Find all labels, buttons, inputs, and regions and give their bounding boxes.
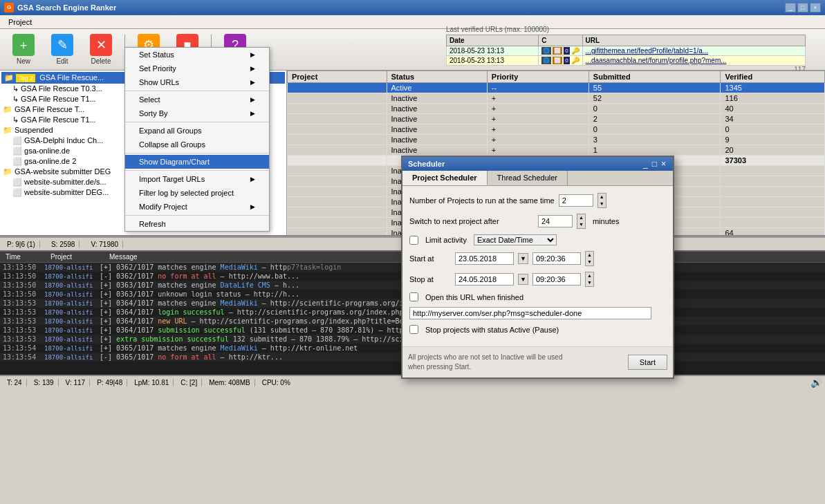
ctx-expand-all[interactable]: Expand all Groups [125, 124, 269, 138]
tab-thread-scheduler[interactable]: Thread Scheduler [488, 171, 568, 185]
edit-button[interactable]: ✎ Edit [44, 32, 80, 68]
stop-projects-checkbox[interactable] [409, 325, 418, 334]
spin-down[interactable]: ▼ [586, 279, 593, 286]
bottom-s: S: 139 [30, 379, 59, 386]
stop-label: Stop at [409, 275, 451, 283]
ctx-select[interactable]: Select▶ [125, 93, 269, 106]
separator [125, 122, 269, 122]
minimize-button[interactable]: _ [785, 3, 796, 12]
status-p: P: 9|6 (1) [3, 241, 40, 248]
start-date[interactable] [455, 252, 514, 265]
spin-down[interactable]: ▼ [598, 200, 606, 207]
ctx-filter-log[interactable]: Filter log by selected project [125, 186, 269, 200]
delete-button[interactable]: ✕ Delete [83, 32, 119, 68]
bottom-p: P: 49|48 [93, 379, 127, 386]
ctx-collapse-all[interactable]: Collapse all Groups [125, 138, 269, 151]
window-controls[interactable]: _ □ × [785, 3, 821, 12]
ctx-refresh[interactable]: Refresh [125, 217, 269, 231]
url-col-date: Date [447, 35, 539, 46]
ctx-import-urls[interactable]: Import Target URLs▶ [125, 172, 269, 186]
arrow-icon: ▶ [250, 96, 255, 103]
start-time[interactable] [532, 252, 581, 265]
spin-up[interactable]: ▲ [586, 272, 593, 279]
new-icon: ＋ [12, 34, 35, 56]
url-row [409, 307, 666, 319]
spin-up[interactable]: ▲ [598, 194, 606, 200]
edit-icon: ✎ [51, 34, 73, 56]
stop-time[interactable] [532, 273, 581, 286]
start-button[interactable]: Start [628, 355, 667, 370]
table-row[interactable]: Inactive+39 [288, 135, 825, 145]
start-date-picker[interactable]: ▼ [518, 253, 528, 264]
new-label: New [17, 57, 30, 65]
tab-project-scheduler[interactable]: Project Scheduler [402, 171, 488, 185]
limit-checkbox[interactable] [409, 236, 418, 245]
start-time-spinner[interactable]: ▲ ▼ [585, 251, 594, 266]
arrow-icon: ▶ [250, 65, 255, 72]
bottom-cpu: CPU: 0% [258, 379, 295, 386]
limit-row: Limit activity Exact Date/Time [409, 234, 666, 245]
switch-input[interactable] [538, 215, 573, 227]
dialog-minimize[interactable]: _ [642, 159, 649, 169]
open-url-label: Open this URL when finished [425, 293, 523, 301]
stop-date-picker[interactable]: ▼ [518, 274, 528, 285]
status-s: S: 2598 [47, 241, 80, 248]
projects-spinner[interactable]: ▲ ▼ [597, 193, 606, 208]
separator [125, 170, 269, 171]
table-row[interactable]: Inactive+120 [288, 145, 825, 156]
dialog-close-btn[interactable]: × [660, 159, 667, 169]
title-bar: G GSA Search Engine Ranker _ □ × [0, 0, 825, 15]
dialog-controls[interactable]: _ □ × [642, 159, 667, 169]
ctx-sort-by[interactable]: Sorty By▶ [125, 106, 269, 120]
arrow-icon: ▶ [250, 176, 255, 183]
spin-down[interactable]: ▼ [586, 259, 593, 265]
spin-down[interactable]: ▼ [577, 221, 585, 228]
stop-time-spinner[interactable]: ▲ ▼ [585, 272, 594, 287]
ctx-modify-project[interactable]: Modify Project▶ [125, 200, 269, 214]
table-row[interactable]: Inactive+00 [288, 124, 825, 135]
new-button[interactable]: ＋ New [6, 32, 41, 68]
ctx-set-priority[interactable]: Set Priority▶ [125, 62, 269, 75]
menu-project[interactable]: Project [3, 17, 37, 28]
app-icon: G [4, 3, 14, 12]
speaker-icon[interactable]: 🔊 [810, 377, 822, 388]
table-row[interactable]: Inactive+040 [288, 104, 825, 114]
url-col-url: URL [582, 35, 805, 46]
open-url-row: Open this URL when finished [409, 292, 666, 301]
maximize-button[interactable]: □ [797, 3, 808, 12]
open-url-checkbox[interactable] [409, 292, 418, 301]
dialog-maximize[interactable]: □ [651, 159, 658, 169]
ctx-show-diagram[interactable]: Show Diagram/Chart [125, 155, 269, 169]
col-priority: Priority [487, 71, 588, 83]
stop-date[interactable] [455, 273, 514, 286]
context-menu: Set Status▶ Set Priority▶ Show URLs▶ Sel… [124, 47, 270, 232]
separator [125, 215, 269, 216]
bottom-c: C: [2] [176, 379, 202, 386]
toolbar: ＋ New ✎ Edit ✕ Delete ⚙ Options ■ Stop ?… [0, 29, 825, 71]
url-row: 2018-05-23 13:13 🌐⬜0🔑 ...daasamachbla.ne… [447, 56, 806, 66]
table-row[interactable]: Active -- 55 1345 [288, 83, 825, 93]
projects-row: Number of Projects to run at the same ti… [409, 193, 666, 208]
projects-input[interactable] [559, 194, 593, 207]
spin-up[interactable]: ▲ [577, 214, 585, 221]
ctx-show-urls[interactable]: Show URLs▶ [125, 75, 269, 89]
close-button[interactable]: × [810, 3, 821, 12]
delete-icon: ✕ [90, 34, 112, 56]
start-row: Start at ▼ ▲ ▼ [409, 251, 666, 266]
table-row[interactable]: Inactive+52116 [288, 93, 825, 104]
bottom-t: T: 24 [3, 379, 27, 386]
verified-label: Last verified URLs (max. 100000) [446, 26, 806, 33]
bottom-lpm: LpM: 10.81 [130, 379, 174, 386]
bottom-v: V: 117 [62, 379, 91, 386]
limit-select[interactable]: Exact Date/Time [474, 234, 557, 245]
col-project: Project [288, 71, 387, 83]
ctx-set-status[interactable]: Set Status▶ [125, 48, 269, 62]
status-badge: Active [391, 84, 412, 92]
url-input[interactable] [409, 307, 651, 319]
dialog-title-bar: Scheduler _ □ × [402, 157, 673, 171]
log-col-time: Time [3, 253, 48, 261]
switch-spinner[interactable]: ▲ ▼ [577, 214, 586, 229]
table-row[interactable]: Inactive+234 [288, 114, 825, 124]
app-title: GSA Search Engine Ranker [17, 3, 116, 12]
spin-up[interactable]: ▲ [586, 252, 593, 259]
